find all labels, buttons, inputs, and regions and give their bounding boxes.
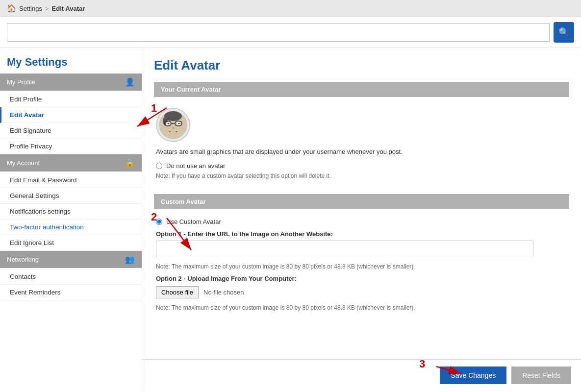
sidebar-section-label: My Profile — [7, 78, 35, 86]
svg-point-9 — [178, 123, 180, 124]
option2-label: Option 2 - Upload Image From Your Comput… — [156, 275, 569, 282]
current-avatar-area: Avatars are small graphics that are disp… — [154, 104, 569, 189]
sidebar-item-label: Profile Privacy — [10, 143, 52, 150]
svg-point-11 — [169, 131, 177, 136]
content-area: Edit Avatar Your Current Avatar — [142, 48, 581, 359]
reset-fields-button[interactable]: Reset Fields — [511, 367, 571, 384]
save-changes-button[interactable]: Save Changes — [440, 367, 506, 384]
search-bar: 🔍 — [0, 17, 581, 48]
avatar-url-input[interactable] — [156, 241, 533, 257]
sidebar-section-label: My Account — [7, 159, 40, 167]
search-button[interactable]: 🔍 — [554, 22, 574, 43]
sidebar-item-edit-profile[interactable]: Edit Profile — [0, 92, 142, 107]
sidebar-item-edit-email-password[interactable]: Edit Email & Password — [0, 172, 142, 188]
sidebar-item-general-settings[interactable]: General Settings — [0, 188, 142, 204]
home-icon: 🏠 — [7, 4, 16, 13]
sidebar-item-ignore-list[interactable]: Edit Ignore List — [0, 235, 142, 251]
networking-icon: 👥 — [125, 255, 135, 264]
sidebar-item-edit-avatar[interactable]: Edit Avatar — [0, 107, 142, 123]
sidebar-item-label: Edit Profile — [10, 96, 42, 103]
search-input[interactable] — [7, 23, 550, 42]
profile-icon: 👤 — [125, 77, 135, 87]
sidebar-item-event-reminders[interactable]: Event Reminders — [0, 285, 142, 300]
sidebar-item-label: Notifications settings — [10, 208, 71, 215]
breadcrumb-bar: 🏠 Settings > Edit Avatar — [0, 0, 581, 17]
sidebar-section-networking: Networking 👥 — [0, 251, 142, 268]
no-avatar-radio[interactable] — [156, 163, 162, 169]
option2-note: Note: The maximum size of your custom im… — [156, 304, 569, 311]
lock-icon: 🔒 — [125, 158, 135, 168]
breadcrumb-current: Edit Avatar — [52, 5, 85, 12]
no-file-text: No file chosen — [203, 289, 244, 296]
no-avatar-label: Do not use an avatar — [166, 162, 226, 170]
current-avatar-panel-header: Your Current Avatar — [154, 82, 569, 97]
sidebar-title: My Settings — [0, 48, 142, 74]
use-custom-option: Use Custom Avatar — [156, 218, 569, 225]
choose-file-button[interactable]: Choose file — [156, 286, 199, 298]
use-custom-radio[interactable] — [156, 219, 162, 225]
sidebar-section-label: Networking — [7, 256, 39, 263]
sidebar-item-label: Event Reminders — [10, 289, 61, 296]
avatar — [156, 108, 190, 142]
upload-row: Choose file No file chosen — [156, 286, 569, 298]
sidebar-item-notifications[interactable]: Notifications settings — [0, 204, 142, 220]
custom-avatar-panel-header: Custom Avatar — [154, 194, 569, 209]
page-title: Edit Avatar — [154, 58, 569, 73]
footer-bar: Save Changes Reset Fields — [142, 359, 581, 391]
sidebar: My Settings My Profile 👤 Edit Profile Ed… — [0, 48, 142, 391]
option1-note: Note: The maximum size of your custom im… — [156, 263, 569, 270]
use-custom-label: Use Custom Avatar — [166, 218, 221, 225]
avatar-image — [158, 110, 188, 140]
sidebar-item-label: Edit Email & Password — [10, 176, 77, 184]
option1-label: Option 1 - Enter the URL to the Image on… — [156, 230, 569, 238]
sidebar-item-label: Two-factor authentication — [10, 223, 84, 231]
sidebar-item-contacts[interactable]: Contacts — [0, 269, 142, 285]
main-layout: My Settings My Profile 👤 Edit Profile Ed… — [0, 48, 581, 391]
svg-point-8 — [168, 123, 169, 124]
sidebar-item-label: Edit Ignore List — [10, 239, 54, 246]
no-avatar-note: Note: If you have a custom avatar select… — [156, 172, 569, 179]
search-icon: 🔍 — [558, 27, 569, 38]
breadcrumb-separator: > — [45, 5, 49, 12]
current-avatar-label: Your Current Avatar — [161, 86, 221, 93]
sidebar-item-edit-signature[interactable]: Edit Signature — [0, 123, 142, 139]
sidebar-item-label: General Settings — [10, 192, 59, 199]
custom-avatar-label: Custom Avatar — [161, 198, 206, 205]
sidebar-item-label: Edit Avatar — [10, 111, 44, 119]
breadcrumb-root: Settings — [19, 5, 42, 12]
no-avatar-option: Do not use an avatar — [156, 162, 569, 170]
sidebar-item-profile-privacy[interactable]: Profile Privacy — [0, 139, 142, 154]
sidebar-item-label: Edit Signature — [10, 127, 51, 134]
sidebar-item-two-factor[interactable]: Two-factor authentication — [0, 220, 142, 235]
sidebar-item-label: Contacts — [10, 273, 36, 280]
custom-avatar-area: Use Custom Avatar Option 1 - Enter the U… — [154, 216, 569, 318]
sidebar-section-my-account: My Account 🔒 — [0, 154, 142, 172]
avatar-description: Avatars are small graphics that are disp… — [156, 148, 569, 155]
sidebar-section-my-profile: My Profile 👤 — [0, 74, 142, 91]
svg-point-10 — [172, 126, 174, 129]
